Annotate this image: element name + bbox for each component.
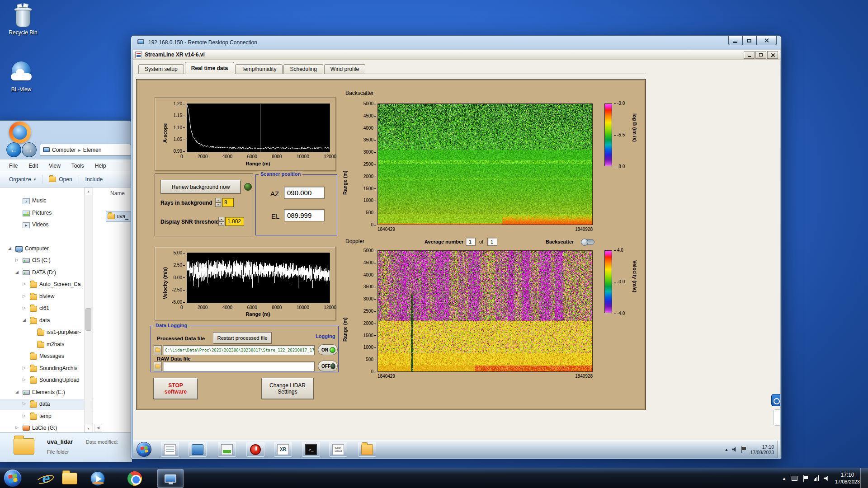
remote-taskbar-button-folder[interactable] (358, 442, 376, 457)
vi-close-button[interactable] (767, 51, 778, 59)
desktop-icon-recycle-bin[interactable]: Recycle Bin (4, 4, 42, 36)
tree-item-videos[interactable]: ▶Videos (0, 220, 92, 230)
taskbar-button-remote-desktop-active[interactable] (157, 469, 184, 488)
remote-taskbar-button-console[interactable]: >_ (302, 442, 320, 457)
remote-taskbar-button-notepad[interactable] (161, 442, 179, 457)
menu-view[interactable]: View (49, 163, 61, 169)
menu-edit[interactable]: Edit (28, 163, 38, 169)
back-button[interactable]: ← (6, 142, 21, 157)
vi-restore-button[interactable] (755, 51, 766, 59)
expander-collapsed-icon[interactable]: ▷ (23, 282, 26, 286)
tab-real-time-data[interactable]: Real time data (185, 62, 234, 74)
breadcrumb-folder[interactable]: Elemen (83, 147, 102, 153)
expander-expanded-icon[interactable]: ◢ (8, 246, 11, 250)
expander-expanded-icon[interactable]: ◢ (23, 318, 26, 322)
clock[interactable]: 17:10 17/08/2023 (835, 472, 860, 485)
tree-item-auto-screen-ca[interactable]: ▷Auto_Screen_Ca (0, 279, 92, 290)
average-count-field[interactable]: 1 (466, 238, 476, 246)
start-button[interactable] (4, 469, 22, 487)
el-value-field[interactable]: 089.999 (284, 209, 325, 221)
tree-item-cl61[interactable]: ▷cl61 (0, 303, 92, 314)
expander-collapsed-icon[interactable]: ▷ (15, 258, 19, 262)
tree-item-temp[interactable]: ▷temp (0, 411, 92, 422)
remote-start-button[interactable] (137, 442, 151, 457)
average-total-field[interactable]: 1 (487, 238, 497, 246)
desktop-icon-bl-view[interactable]: BL-View (2, 61, 41, 93)
remote-clock[interactable]: 17:10 17/08/2023 (750, 444, 774, 455)
taskbar-button-chrome[interactable] (127, 470, 143, 487)
action-center-flag-icon[interactable] (803, 475, 808, 482)
scroll-up-button[interactable]: ▲ (85, 188, 92, 195)
tree-scrollbar[interactable]: ▲ ▼ (84, 188, 92, 432)
rays-value-field[interactable]: 8 (222, 198, 234, 207)
tree-item-elements-e-[interactable]: ◢Elements (E:) (0, 387, 92, 398)
raw-logging-toggle[interactable]: OFF (318, 361, 338, 371)
tree-item-data-d-[interactable]: ◢DATA (D:) (0, 267, 92, 278)
taskbar-button-media-player[interactable] (90, 470, 106, 487)
forward-button[interactable]: → (22, 142, 37, 157)
tree-item-iss1-purpleair-[interactable]: iss1-purpleair- (0, 327, 92, 338)
expander-collapsed-icon[interactable]: ▷ (23, 305, 26, 310)
column-header-name[interactable]: Name (110, 190, 125, 197)
tree-item-lacie-g-[interactable]: ▷LaCie (G:) (0, 423, 92, 432)
volume-icon[interactable] (732, 447, 737, 452)
tab-scheduling[interactable]: Scheduling (283, 64, 323, 74)
spin-up-icon[interactable]: ▲ (215, 198, 221, 202)
tab-wind-profile[interactable]: Wind profile (324, 64, 365, 74)
raw-path-browse-button[interactable] (154, 361, 162, 371)
processed-path-browse-button[interactable] (154, 345, 162, 355)
snr-value-field[interactable]: 1.002 (225, 217, 244, 226)
breadcrumb-computer[interactable]: Computer (52, 147, 76, 153)
tree-item-blview[interactable]: ▷blview (0, 291, 92, 302)
expander-collapsed-icon[interactable]: ▷ (23, 377, 26, 382)
menu-tools[interactable]: Tools (71, 163, 84, 169)
scroll-down-button[interactable]: ▼ (85, 425, 92, 432)
open-button[interactable]: Open (59, 176, 72, 183)
spin-up-icon[interactable]: ▲ (218, 217, 224, 221)
taskbar-button-file-explorer[interactable] (61, 470, 78, 487)
remote-taskbar-button-app-blue[interactable] (189, 442, 207, 457)
tree-item-messages[interactable]: Messages (0, 351, 92, 362)
raw-path-field[interactable] (163, 361, 315, 371)
action-center-flag-icon[interactable] (741, 446, 746, 453)
tab-temp-humidity[interactable]: Temp/humidity (235, 64, 283, 74)
address-bar[interactable]: Computer ▸ Elemen (40, 144, 131, 156)
close-button[interactable] (756, 36, 777, 45)
network-icon[interactable] (814, 475, 819, 481)
expander-expanded-icon[interactable]: ◢ (15, 270, 19, 274)
backscatter-toggle-switch[interactable] (581, 239, 594, 245)
teamviewer-tab[interactable] (773, 409, 780, 426)
show-desktop-button[interactable] (860, 468, 868, 488)
processed-path-field[interactable]: C:\Lidar\Data\Proc\2023\202308\20230817\… (163, 345, 315, 355)
remote-show-desktop-button[interactable] (777, 441, 780, 458)
expander-collapsed-icon[interactable]: ▷ (23, 294, 26, 298)
remote-taskbar-button-app-green[interactable] (218, 442, 236, 457)
file-item-uva[interactable]: uva_ (106, 211, 132, 222)
expander-collapsed-icon[interactable]: ▷ (23, 401, 26, 406)
expander-collapsed-icon[interactable]: ▷ (23, 413, 26, 418)
spin-down-icon[interactable]: ▼ (218, 221, 224, 226)
taskbar-button-internet-explorer[interactable]: e (38, 470, 54, 487)
volume-icon[interactable] (824, 476, 830, 481)
restart-processed-file-button[interactable]: Restart processed file (213, 332, 272, 344)
remote-taskbar-button-power[interactable] (246, 442, 264, 457)
expander-collapsed-icon[interactable]: ▷ (15, 425, 19, 430)
switch-knob[interactable] (581, 239, 588, 246)
organize-button[interactable]: Organize (9, 176, 31, 183)
stop-software-button[interactable]: STOP software (153, 378, 198, 399)
scrollbar-thumb[interactable] (85, 308, 91, 331)
tree-item-m2hats[interactable]: m2hats (0, 339, 92, 350)
tree-item-soundingupload[interactable]: ▷SoundingUpload (0, 375, 92, 386)
expander-collapsed-icon[interactable]: ▷ (23, 366, 26, 370)
rays-spinner[interactable]: ▲▼ (215, 198, 221, 207)
expander-expanded-icon[interactable]: ◢ (15, 389, 19, 394)
maximize-button[interactable] (742, 36, 756, 45)
spin-down-icon[interactable]: ▼ (215, 202, 221, 207)
tree-item-music[interactable]: ♪Music (0, 196, 92, 206)
menu-help[interactable]: Help (95, 163, 106, 169)
az-value-field[interactable]: 090.000 (284, 187, 325, 199)
tree-item-os-c-[interactable]: ▷OS (C:) (0, 255, 92, 266)
tree-item-computer[interactable]: ◢Computer (0, 244, 92, 254)
tab-system-setup[interactable]: System setup (138, 64, 184, 74)
menu-file[interactable]: File (9, 163, 18, 169)
